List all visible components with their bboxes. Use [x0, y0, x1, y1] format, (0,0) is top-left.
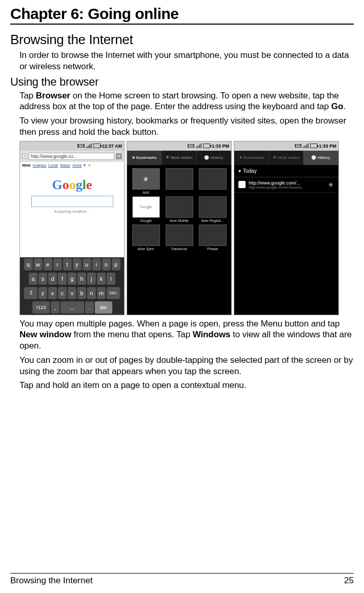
screenshot-row: 3G 12:37 AM G http://www.google.co... + … [19, 141, 354, 315]
key-n[interactable]: n [87, 287, 96, 299]
key-shift[interactable]: ⇧ [24, 287, 37, 299]
address-bar[interactable]: G http://www.google.co... + [20, 151, 124, 162]
tab-bookmarks[interactable]: ★Bookmarks [234, 151, 269, 165]
key-f[interactable]: f [58, 273, 67, 285]
key-symbols[interactable]: ?123 [32, 301, 50, 314]
history-group-today[interactable]: ▾ Today [234, 165, 338, 177]
eye-icon: 👁 [273, 155, 277, 160]
star-icon[interactable]: ★ [88, 163, 91, 168]
bookmark-icon: ★ [132, 155, 135, 160]
favicon-icon: G [22, 154, 27, 159]
bookmarks-tabs: ★Bookmarks 👁Most visited 🕐History [127, 151, 231, 165]
clock-icon: 🕐 [311, 155, 316, 160]
screenshot-history: 3G 1:33 PM ★Bookmarks 👁Most visited 🕐His… [234, 141, 339, 315]
bookmark-tile-add[interactable]: ★ Add [130, 168, 161, 194]
paragraph-2: To view your browsing history, bookmarks… [19, 115, 354, 138]
page-content: Google Acquiring location... [20, 169, 124, 257]
bookmark-tile-google[interactable]: Google Google [130, 196, 161, 222]
nav-web[interactable]: Web [22, 163, 31, 168]
key-c[interactable]: c [58, 287, 67, 299]
key-space[interactable]: ⎵ [60, 301, 84, 314]
network-3g-icon: 3G [188, 144, 194, 148]
key-l[interactable]: l [107, 273, 115, 285]
key-y[interactable]: y [73, 258, 82, 271]
statusbar-time: 1:33 PM [319, 144, 336, 149]
tab-bookmarks[interactable]: ★Bookmarks [127, 151, 162, 165]
bookmark-tile[interactable] [197, 168, 228, 194]
history-item[interactable]: http://www.google.com/... http://www.goo… [234, 177, 338, 193]
key-e[interactable]: e [44, 258, 52, 271]
key-v[interactable]: v [68, 287, 76, 299]
key-i[interactable]: i [92, 258, 101, 271]
location-status: Acquiring location... [54, 209, 90, 214]
paragraph-5: Tap and hold an item on a page to open a… [19, 380, 354, 391]
key-go[interactable]: Go [95, 301, 112, 314]
network-3g-icon: 3G [77, 144, 84, 148]
key-q[interactable]: q [24, 258, 33, 271]
key-r[interactable]: r [53, 258, 62, 271]
key-period[interactable]: . [85, 301, 94, 314]
signal-icon [196, 144, 201, 148]
section-heading: Browsing the Internet [10, 32, 354, 48]
key-a[interactable]: a [29, 273, 37, 285]
history-item-url: http://www.google.com/m?source... [249, 186, 325, 189]
paragraph-4: You can zoom in or out of pages by doubl… [19, 355, 354, 377]
key-comma[interactable]: , [51, 301, 59, 314]
intro-paragraph: In order to browse the Internet with you… [19, 50, 354, 72]
screenshot-bookmarks: 3G 1:33 PM ★Bookmarks 👁Most visited 🕐His… [127, 141, 232, 315]
nav-local[interactable]: Local [48, 163, 58, 168]
nav-news[interactable]: News [60, 163, 70, 168]
bookmark-tile[interactable]: Acer Mobile [164, 196, 195, 222]
key-delete[interactable]: DEL [107, 287, 120, 299]
tab-history[interactable]: 🕐History [304, 151, 338, 165]
bookmark-tile[interactable]: Acer Registr... [197, 196, 228, 222]
bookmark-tile[interactable]: Facebook [164, 224, 195, 251]
status-bar: 3G 1:33 PM [234, 141, 338, 151]
nav-more[interactable]: more [72, 163, 82, 168]
key-g[interactable]: g [68, 273, 76, 285]
key-u[interactable]: u [83, 258, 91, 271]
battery-icon [93, 144, 100, 148]
key-w[interactable]: w [34, 258, 43, 271]
nav-images[interactable]: Images [33, 163, 46, 168]
tab-most-visited[interactable]: 👁Most visited [162, 151, 197, 165]
google-nav-links: Web Images Local News more ▾ ★ [20, 162, 124, 169]
statusbar-time: 1:33 PM [212, 144, 229, 149]
search-input[interactable] [31, 196, 113, 207]
status-bar: 3G 1:33 PM [127, 141, 231, 151]
url-field[interactable]: http://www.google.co... [29, 153, 114, 160]
battery-icon [310, 144, 317, 148]
history-tabs: ★Bookmarks 👁Most visited 🕐History [234, 151, 338, 165]
key-p[interactable]: p [112, 258, 120, 271]
key-o[interactable]: o [102, 258, 111, 271]
add-bookmark-icon[interactable]: + [116, 153, 122, 159]
page-number: 25 [344, 576, 354, 586]
key-j[interactable]: j [87, 273, 96, 285]
statusbar-time: 12:37 AM [102, 144, 122, 149]
bookmark-tile[interactable]: Acer Sync [130, 224, 161, 251]
history-item-title: http://www.google.com/... [249, 180, 325, 186]
key-x[interactable]: x [48, 287, 57, 299]
key-s[interactable]: s [38, 273, 47, 285]
on-screen-keyboard[interactable]: q w e r t y u i o p a s d f g h j k l [20, 257, 124, 315]
tab-history[interactable]: 🕐History [196, 151, 231, 165]
subsection-heading: Using the browser [10, 75, 354, 89]
key-h[interactable]: h [77, 273, 86, 285]
footer-section-name: Browsing the Internet [10, 576, 93, 586]
bookmarks-grid: ★ Add Google Google Acer Mobile Acer Reg… [127, 165, 231, 254]
bookmark-tile[interactable]: Picasa [197, 224, 228, 251]
bookmark-icon: ★ [239, 155, 242, 160]
key-t[interactable]: t [63, 258, 72, 271]
key-k[interactable]: k [97, 273, 106, 285]
key-z[interactable]: z [38, 287, 47, 299]
chevron-down-icon: ▾ [238, 168, 241, 174]
bookmark-tile[interactable] [164, 168, 195, 194]
paragraph-1: Tap Browser on the Home screen to start … [19, 90, 354, 113]
screenshot-browser: 3G 12:37 AM G http://www.google.co... + … [19, 141, 125, 315]
key-d[interactable]: d [48, 273, 57, 285]
bookmark-star-icon[interactable]: ★ [328, 180, 334, 189]
key-b[interactable]: b [77, 287, 86, 299]
tab-most-visited[interactable]: 👁Most visited [269, 151, 304, 165]
network-3g-icon: 3G [295, 144, 301, 148]
key-m[interactable]: m [97, 287, 106, 299]
